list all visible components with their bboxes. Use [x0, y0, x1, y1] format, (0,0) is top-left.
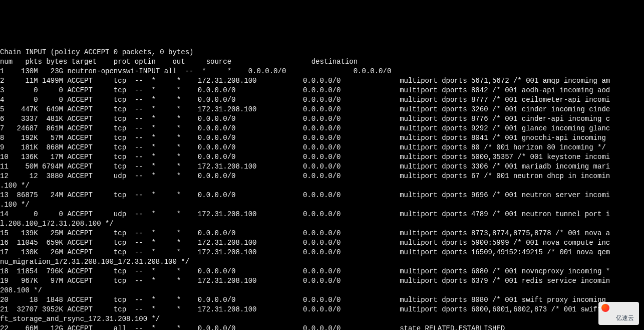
terminal-line: 18 11854 796K ACCEPT tcp -- * * 0.0.0.0/… — [0, 267, 644, 276]
terminal-line: 1 130M 23G neutron-openvswi-INPUT all --… — [0, 67, 644, 76]
terminal-line: ft_storage_and_rsync_172.31.208.100 */ — [0, 314, 644, 324]
terminal-line: .100 */ — [0, 200, 644, 210]
terminal-line: 4 0 0 ACCEPT tcp -- * * 0.0.0.0/0 0.0.0.… — [0, 95, 644, 105]
terminal-line: .100 */ — [0, 181, 644, 191]
terminal-line: 10 136K 17M ACCEPT tcp -- * * 0.0.0.0/0 … — [0, 152, 644, 162]
terminal-line: nu_migration_172.31.208.100_172.31.208.1… — [0, 257, 644, 267]
terminal-line: 3 0 0 ACCEPT tcp -- * * 0.0.0.0/0 0.0.0.… — [0, 86, 644, 95]
terminal-line: 6 3337 481K ACCEPT tcp -- * * 0.0.0.0/0 … — [0, 114, 644, 124]
terminal-line: 5 447K 649M ACCEPT tcp -- * * 172.31.208… — [0, 105, 644, 114]
terminal-line: 8 192K 57M ACCEPT tcp -- * * 0.0.0.0/0 0… — [0, 133, 644, 143]
terminal-line: 16 11045 659K ACCEPT tcp -- * * 172.31.2… — [0, 238, 644, 248]
terminal-line: 9 181K 868M ACCEPT tcp -- * * 0.0.0.0/0 … — [0, 143, 644, 152]
terminal-output: Chain INPUT (policy ACCEPT 0 packets, 0 … — [0, 48, 644, 330]
terminal-line: 20 18 1848 ACCEPT tcp -- * * 0.0.0.0/0 0… — [0, 295, 644, 305]
terminal-line: 19 967K 97M ACCEPT tcp -- * * 172.31.208… — [0, 276, 644, 286]
terminal-line: 15 139K 25M ACCEPT tcp -- * * 0.0.0.0/0 … — [0, 229, 644, 238]
terminal-line: 21 32707 3952K ACCEPT tcp -- * * 172.31.… — [0, 305, 644, 314]
terminal-line: 22 66M 12G ACCEPT all -- * * 0.0.0.0/0 0… — [0, 324, 644, 330]
terminal-line: Chain INPUT (policy ACCEPT 0 packets, 0 … — [0, 48, 644, 57]
terminal-line: 7 24687 861M ACCEPT tcp -- * * 0.0.0.0/0… — [0, 124, 644, 133]
terminal-line: 14 0 0 ACCEPT udp -- * * 172.31.208.100 … — [0, 210, 644, 219]
terminal-line: l.208.100_172.31.208.100 */ — [0, 219, 644, 229]
watermark-badge: 亿速云 — [598, 302, 639, 325]
watermark-text: 亿速云 — [616, 314, 634, 321]
terminal-line: 13 86875 24M ACCEPT tcp -- * * 0.0.0.0/0… — [0, 191, 644, 200]
terminal-line: 17 130K 26M ACCEPT tcp -- * * 172.31.208… — [0, 248, 644, 257]
terminal-line: 12 12 3880 ACCEPT udp -- * * 0.0.0.0/0 0… — [0, 172, 644, 181]
terminal-line: 11 50M 6794M ACCEPT tcp -- * * 172.31.20… — [0, 162, 644, 172]
terminal-line: 208.100 */ — [0, 286, 644, 295]
terminal-line: num pkts bytes target prot optin out sou… — [0, 57, 644, 67]
terminal-line: 2 11M 1499M ACCEPT tcp -- * * 172.31.208… — [0, 76, 644, 86]
